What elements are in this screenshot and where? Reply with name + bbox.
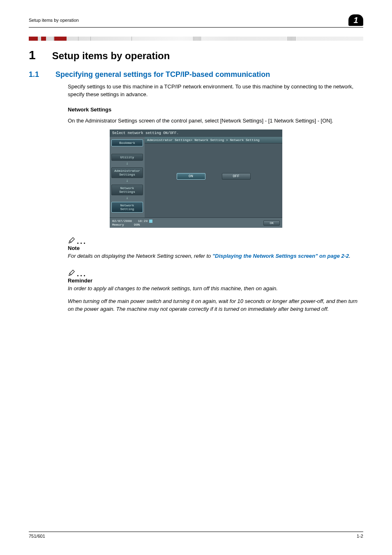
reminder-paragraph-2: When turning off the main power switch a…	[68, 298, 363, 313]
note-body: For details on displaying the Network Se…	[68, 252, 363, 260]
note-block: ... Note For details on displaying the N…	[68, 237, 363, 260]
status-time: 18:28	[138, 219, 148, 223]
arrow-down-icon: ↓	[111, 179, 143, 183]
utility-button[interactable]: Utility	[111, 154, 143, 161]
heading-1-text: Setup items by operation	[52, 50, 170, 62]
footer-right: 1-2	[357, 534, 363, 539]
status-bar-left: 02/07/2008 18:28 Memory 90%	[112, 219, 152, 227]
control-panel-screenshot: Select network setting ON/OFF. Bookmark …	[110, 130, 282, 228]
note-text-pre: For details on displaying the Network Se…	[68, 253, 212, 259]
bookmark-button[interactable]: Bookmark	[111, 139, 143, 146]
reminder-title: Reminder	[68, 278, 363, 284]
arrow-down-icon: ↓	[111, 162, 143, 166]
dots-icon: ...	[77, 272, 87, 277]
pencil-icon	[68, 237, 75, 244]
intro-paragraph: Specify settings to use this machine in …	[68, 83, 363, 99]
page-footer: 751/601 1-2	[29, 532, 363, 539]
dots-icon: ...	[77, 239, 87, 244]
cross-reference-link[interactable]: "Displaying the Network Settings screen"…	[212, 253, 349, 259]
running-header: Setup items by operation 1	[29, 14, 363, 28]
arrow-down-icon: ↓	[111, 196, 143, 200]
heading-2: 1.1 Specifying general settings for TCP/…	[29, 70, 363, 79]
memory-icon	[149, 220, 152, 223]
running-header-text: Setup items by operation	[29, 18, 79, 23]
ok-button[interactable]: OK	[263, 220, 280, 226]
memory-label: Memory	[112, 223, 124, 227]
off-button[interactable]: OFF	[222, 173, 251, 180]
status-date: 02/07/2008	[112, 219, 132, 223]
screenshot-sidebar: Bookmark Utility ↓ Administrator Setting…	[110, 137, 145, 217]
network-settings-button[interactable]: Network Settings	[111, 185, 143, 195]
heading-2-text: Specifying general settings for TCP/IP-b…	[55, 70, 270, 79]
heading-2-number: 1.1	[29, 70, 39, 79]
chapter-badge: 1	[348, 14, 363, 26]
heading-3: Network Settings	[68, 106, 363, 114]
note-title: Note	[68, 245, 363, 251]
admin-settings-button[interactable]: Administrator Settings	[111, 167, 143, 178]
network-setting-button[interactable]: Network Setting	[111, 202, 143, 213]
footer-left: 751/601	[29, 534, 45, 539]
breadcrumb: Administrator Settings> Network Setting …	[145, 137, 282, 143]
instruction-paragraph: On the Administrator Settings screen of …	[68, 117, 363, 125]
pencil-icon	[68, 269, 75, 277]
reminder-block: ... Reminder In order to apply all chang…	[68, 269, 363, 313]
heading-1: 1 Setup items by operation	[29, 48, 363, 62]
heading-1-number: 1	[29, 48, 36, 62]
decorative-bar	[29, 37, 363, 41]
reminder-paragraph-1: In order to apply all changes to the net…	[68, 285, 363, 293]
on-button[interactable]: ON	[177, 173, 205, 180]
note-text-post: .	[349, 253, 350, 259]
screenshot-instruction: Select network setting ON/OFF.	[110, 130, 282, 137]
memory-value: 90%	[134, 223, 140, 227]
